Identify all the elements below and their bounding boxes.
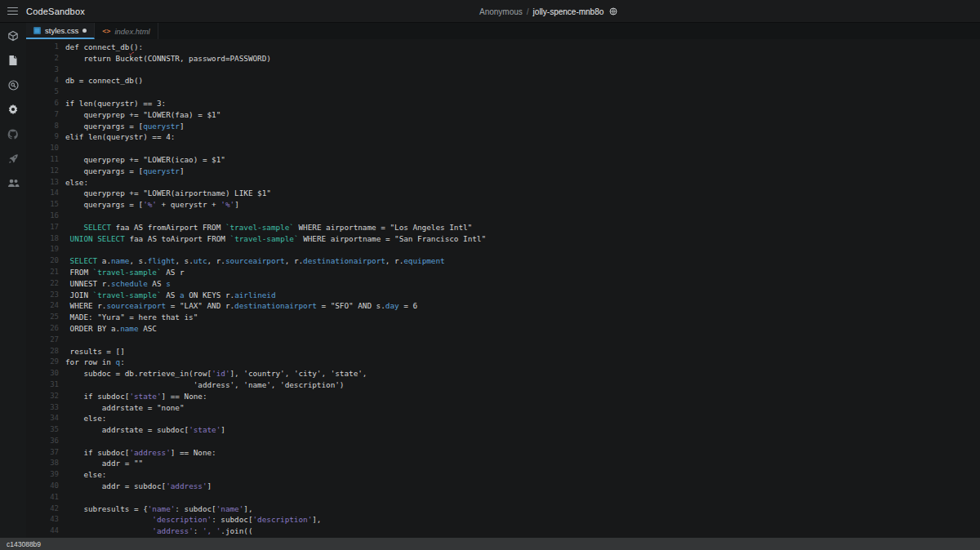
code-line[interactable]: 4db = connect_db(): [26, 75, 980, 86]
code-line-text: else:: [59, 469, 106, 481]
code-line[interactable]: 32 if subdoc['state'] == None:: [26, 391, 980, 402]
line-number: 41: [26, 492, 59, 503]
privacy-globe-icon[interactable]: [609, 7, 617, 16]
code-line[interactable]: 20 SELECT a.name, s.flight, s.utc, r.sou…: [26, 255, 980, 267]
code-line[interactable]: 38 addr = "": [26, 458, 980, 469]
code-line[interactable]: 40 addr = subdoc['address']: [26, 481, 980, 492]
code-line-text: if subdoc['state'] == None:: [59, 391, 207, 402]
unsaved-dot-icon[interactable]: [82, 29, 87, 33]
line-number: 29: [26, 357, 59, 368]
code-line[interactable]: 22 UNNEST r.schedule AS s: [26, 278, 980, 290]
line-number: 6: [26, 98, 59, 109]
code-line[interactable]: 9elif len(querystr) == 4:: [26, 131, 980, 143]
code-line[interactable]: 27: [26, 335, 980, 346]
code-line[interactable]: 21 FROM `travel-sample` AS r: [26, 267, 980, 278]
line-number: 5: [26, 86, 59, 98]
code-line[interactable]: 3: [26, 64, 980, 76]
code-line[interactable]: 13else:: [26, 177, 980, 189]
line-number: 40: [26, 481, 59, 492]
line-number: 22: [26, 278, 59, 290]
search-button[interactable]: [3, 78, 23, 91]
code-line[interactable]: 11 queryprep += "LOWER(icao) = $1": [26, 154, 980, 166]
code-line[interactable]: 14 queryprep += "LOWER(airportname) LIKE…: [26, 188, 980, 199]
code-line[interactable]: 30 subdoc = db.retrieve_in(row['id'], 'c…: [26, 368, 980, 379]
code-line-text: [59, 436, 65, 447]
code-line-text: 'address', 'name', 'description'): [59, 379, 344, 391]
status-bar: c143088b9: [0, 538, 980, 550]
code-line-text: def connect_db():: [59, 42, 143, 53]
line-number: 27: [26, 335, 59, 346]
user-name-link[interactable]: Anonymous: [479, 7, 523, 16]
code-line[interactable]: 42 subresults = {'name': subdoc['name'],: [26, 503, 980, 515]
line-number: 16: [26, 211, 59, 222]
code-line[interactable]: 12 queryargs = [querystr]: [26, 166, 980, 177]
code-line-text: JOIN `travel-sample` AS a ON KEYS r.airl…: [59, 290, 276, 301]
code-line[interactable]: 16: [26, 211, 980, 222]
code-line[interactable]: 37 if subdoc['address'] == None:: [26, 447, 980, 459]
code-area[interactable]: 1def connect_db():2 return Bucket(CONNST…: [26, 39, 980, 538]
line-number: 12: [26, 166, 59, 177]
code-line-text: elif len(querystr) == 4:: [59, 131, 175, 143]
code-line[interactable]: 19: [26, 244, 980, 255]
code-line[interactable]: 5: [26, 86, 980, 98]
code-line[interactable]: 34 else:: [26, 413, 980, 424]
line-number: 8: [26, 121, 59, 132]
code-line[interactable]: 36: [26, 436, 980, 447]
code-line[interactable]: 10: [26, 143, 980, 154]
sandbox-name[interactable]: jolly-spence-mnb8o: [533, 7, 604, 16]
breadcrumb-separator: /: [527, 7, 529, 16]
tab-label: index.html: [114, 27, 149, 36]
tab-styles-css[interactable]: styles.css: [26, 23, 95, 39]
code-line[interactable]: 6if len(querystr) == 3:: [26, 98, 980, 109]
line-number: 2: [26, 53, 59, 64]
live-button[interactable]: [3, 176, 23, 189]
code-line[interactable]: 2 return Bucket(CONNSTR, password=PASSWO…: [26, 53, 980, 64]
code-line-text: results = []: [59, 346, 125, 357]
code-line[interactable]: 25 MADE: "Yura" = here that is": [26, 312, 980, 323]
hamburger-icon: [7, 5, 18, 17]
code-line[interactable]: 31 'address', 'name', 'description'): [26, 379, 980, 391]
code-line[interactable]: 18 UNION SELECT faa AS toAirport FROM `t…: [26, 233, 980, 245]
code-line-text: [59, 64, 65, 76]
line-number: 20: [26, 255, 59, 267]
settings-button[interactable]: [3, 103, 23, 116]
code-line[interactable]: 43 'description': subdoc['description'],: [26, 514, 980, 526]
search-icon: [8, 80, 19, 91]
code-line-text: if len(querystr) == 3:: [59, 98, 166, 109]
sandbox-cube-button[interactable]: [3, 29, 23, 42]
code-line[interactable]: 35 addrstate = subdoc['state']: [26, 424, 980, 436]
code-line[interactable]: 33 addrstate = "none": [26, 402, 980, 414]
line-number: 26: [26, 323, 59, 335]
code-line[interactable]: 24 WHERE r.sourceairport = "LAX" AND r.d…: [26, 300, 980, 312]
code-line-text: [59, 492, 65, 503]
code-line[interactable]: 29for row in q:: [26, 357, 980, 368]
code-line[interactable]: 15 queryargs = ['%' + querystr + '%']: [26, 199, 980, 211]
line-number: 4: [26, 75, 59, 86]
code-line[interactable]: 1def connect_db():: [26, 42, 980, 53]
line-number: 39: [26, 469, 59, 481]
live-users-icon: [7, 179, 20, 188]
code-line[interactable]: 8 queryargs = [querystr]: [26, 121, 980, 132]
line-number: 42: [26, 503, 59, 515]
line-number: 21: [26, 267, 59, 278]
github-button[interactable]: [3, 127, 23, 140]
menu-button[interactable]: [0, 0, 24, 23]
deploy-button[interactable]: [3, 152, 23, 165]
code-line[interactable]: 28 results = []: [26, 346, 980, 357]
tab-index-html[interactable]: <> index.html: [95, 23, 158, 39]
code-line[interactable]: 26 ORDER BY a.name ASC: [26, 323, 980, 335]
line-number: 7: [26, 109, 59, 121]
code-line[interactable]: 41: [26, 492, 980, 503]
code-line[interactable]: 44 'address': ', '.join((: [26, 526, 980, 537]
code-line[interactable]: 23 JOIN `travel-sample` AS a ON KEYS r.a…: [26, 290, 980, 301]
file-icon: [8, 55, 18, 66]
line-number: 23: [26, 290, 59, 301]
line-number: 13: [26, 177, 59, 189]
app-title: CodeSandbox: [26, 7, 85, 16]
code-line[interactable]: 39 else:: [26, 469, 980, 481]
line-number: 9: [26, 131, 59, 143]
files-button[interactable]: [3, 54, 23, 67]
code-line-text: queryprep += "LOWER(icao) = $1": [59, 154, 225, 166]
code-line[interactable]: 7 queryprep += "LOWER(faa) = $1": [26, 109, 980, 121]
code-line[interactable]: 17 SELECT faa AS fromAirport FROM `trave…: [26, 222, 980, 233]
